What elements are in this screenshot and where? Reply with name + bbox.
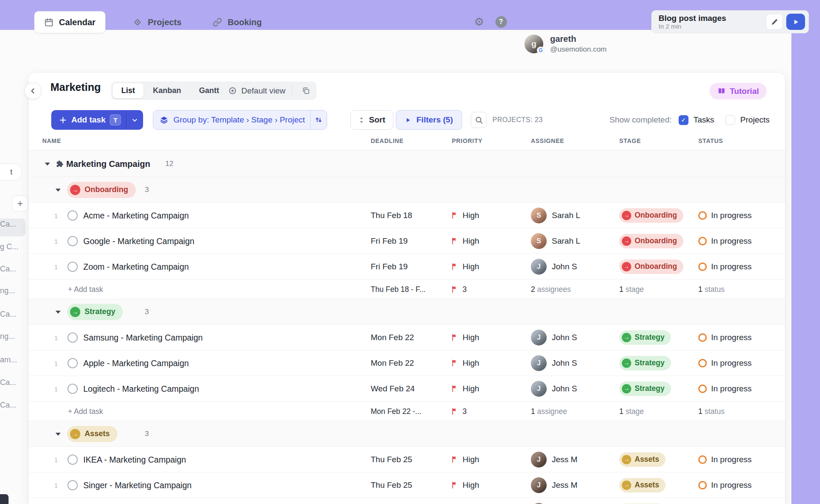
task-name[interactable]: Google - Marketing Campaign (83, 236, 194, 246)
duplicate-view-button[interactable] (298, 86, 314, 95)
task-status[interactable]: In progress (698, 455, 752, 464)
caret-down-icon[interactable] (56, 311, 61, 314)
task-name[interactable]: IKEA - Marketing Campaign (83, 454, 186, 464)
task-row[interactable]: 1 Google - Marketing Campaign Fri Feb 19… (29, 228, 785, 254)
task-status[interactable]: In progress (698, 358, 752, 368)
stage-group-pill[interactable]: → Onboarding (67, 182, 136, 198)
task-deadline[interactable]: Thu Feb 18 (371, 211, 412, 220)
task-priority[interactable]: High (451, 481, 479, 490)
task-priority[interactable]: High (451, 384, 479, 393)
add-task-inline-button[interactable]: + Add task (68, 285, 103, 294)
task-stage[interactable]: →Onboarding (619, 234, 683, 248)
sidebar-item[interactable]: Ca... (0, 220, 28, 229)
task-name[interactable]: Samsung - Marketing Campaign (83, 332, 203, 342)
task-assignee[interactable]: SSarah L (531, 233, 580, 249)
task-complete-circle[interactable] (67, 480, 78, 490)
task-row[interactable]: 1 IKEA - Marketing Campaign Thu Feb 25 H… (29, 447, 785, 472)
sidebar-item[interactable]: Ca... (0, 378, 28, 387)
search-button[interactable] (471, 112, 487, 128)
task-row[interactable]: 1 Samsung - Marketing Campaign Mon Feb 2… (29, 325, 785, 350)
task-priority[interactable]: High (451, 333, 479, 342)
task-status[interactable]: In progress (698, 384, 752, 393)
task-assignee[interactable]: JJohn S (531, 329, 577, 345)
task-name[interactable]: Apple - Marketing Campaign (83, 358, 189, 368)
stage-group-pill[interactable]: → Assets (67, 426, 117, 442)
settings-gear-button[interactable]: ⚙ (473, 15, 486, 28)
task-complete-circle[interactable] (67, 332, 78, 343)
back-button[interactable] (24, 82, 41, 99)
task-assignee[interactable]: JJess M (531, 477, 577, 493)
filters-button[interactable]: Filters (5) (396, 110, 462, 130)
task-row[interactable]: 1 Zoom - Marketing Campaign Fri Feb 19 H… (29, 254, 785, 280)
task-name[interactable]: Singer - Marketing Campaign (83, 480, 192, 490)
add-task-inline-button[interactable]: + Add task (68, 407, 103, 416)
task-stage[interactable]: →Assets (619, 452, 665, 467)
group-by-button[interactable]: Group by: Template › Stage › Project (153, 110, 327, 130)
task-status[interactable]: In progress (698, 481, 752, 490)
task-priority[interactable]: High (451, 262, 479, 271)
task-priority[interactable]: High (451, 358, 479, 368)
stage-group-row[interactable]: → Strategy 3 (29, 299, 785, 325)
sort-button[interactable]: Sort (350, 110, 393, 130)
task-status[interactable]: In progress (698, 262, 752, 271)
group-order-button[interactable] (310, 116, 327, 124)
caret-down-icon[interactable] (56, 189, 61, 192)
edit-task-button[interactable] (766, 14, 783, 30)
task-stage[interactable]: →Strategy (619, 356, 671, 370)
task-stage[interactable]: →Strategy (619, 382, 671, 396)
task-assignee[interactable]: JJohn S (531, 259, 577, 274)
task-row[interactable]: 1 Logitech - Marketing Campaign Wed Feb … (29, 376, 785, 402)
sidebar-item[interactable]: Ca... (0, 265, 28, 274)
task-name[interactable]: Logitech - Marketing Campaign (83, 384, 199, 393)
task-row[interactable]: 1 Acme - Marketing Campaign Thu Feb 18 H… (29, 203, 785, 228)
nav-projects-button[interactable]: Projects (123, 11, 191, 33)
add-task-dropdown[interactable] (126, 117, 143, 124)
task-complete-circle[interactable] (67, 262, 78, 272)
stage-group-pill[interactable]: → Strategy (67, 304, 123, 320)
task-status[interactable]: In progress (698, 211, 752, 220)
view-selector[interactable]: Default view (222, 82, 316, 100)
task-priority[interactable]: High (451, 211, 479, 220)
tutorial-button[interactable]: Tutorial (709, 83, 767, 99)
sidebar-item[interactable]: am... (0, 355, 28, 364)
task-stage[interactable]: →Onboarding (619, 259, 683, 274)
caret-down-icon[interactable] (45, 163, 50, 166)
task-deadline[interactable]: Wed Feb 24 (371, 384, 415, 393)
task-status[interactable]: In progress (698, 333, 752, 342)
task-assignee[interactable]: SSarah L (531, 207, 580, 223)
task-deadline[interactable]: Thu Feb 25 (371, 481, 412, 490)
add-task-button[interactable]: Add task T (51, 110, 143, 130)
task-stage[interactable]: →Onboarding (619, 208, 683, 223)
task-complete-circle[interactable] (67, 210, 78, 221)
sidebar-item[interactable]: ng... (0, 286, 28, 295)
sidebar-search-pill[interactable]: t (0, 163, 22, 181)
sidebar-user-avatar[interactable] (0, 494, 9, 504)
sidebar-item[interactable]: ng... (0, 332, 28, 341)
task-row[interactable]: 1 Singer - Marketing Campaign Thu Feb 25… (29, 472, 785, 498)
task-name[interactable]: Zoom - Marketing Campaign (83, 262, 189, 271)
task-assignee[interactable]: JJohn S (531, 381, 577, 396)
task-row[interactable]: 1 Honda - Marketing Campaign Fri Feb 26 … (29, 498, 785, 504)
task-stage[interactable]: →Strategy (619, 330, 671, 345)
help-button[interactable]: ? (495, 15, 507, 28)
sidebar-item[interactable]: g C... (0, 242, 28, 251)
task-priority[interactable]: High (451, 236, 479, 246)
task-complete-circle[interactable] (67, 236, 78, 246)
sidebar-add-button[interactable]: + (12, 195, 28, 212)
user-avatar[interactable]: g G (524, 35, 543, 53)
caret-down-icon[interactable] (56, 433, 61, 436)
task-complete-circle[interactable] (67, 358, 78, 368)
stage-group-row[interactable]: → Assets 3 (29, 421, 785, 447)
tab-kanban[interactable]: Kanban (144, 83, 190, 98)
task-deadline[interactable]: Fri Feb 19 (371, 262, 408, 271)
nav-calendar-button[interactable]: Calendar (34, 11, 105, 33)
task-row[interactable]: 1 Apple - Marketing Campaign Mon Feb 22 … (29, 350, 785, 376)
task-stage[interactable]: →Assets (619, 478, 665, 492)
task-assignee[interactable]: JJohn S (531, 355, 577, 371)
task-complete-circle[interactable] (67, 454, 78, 465)
task-deadline[interactable]: Mon Feb 22 (371, 358, 414, 368)
task-deadline[interactable]: Fri Feb 19 (371, 236, 408, 246)
stage-group-row[interactable]: → Onboarding 3 (29, 177, 785, 203)
task-priority[interactable]: High (451, 455, 479, 464)
task-complete-circle[interactable] (67, 384, 78, 394)
